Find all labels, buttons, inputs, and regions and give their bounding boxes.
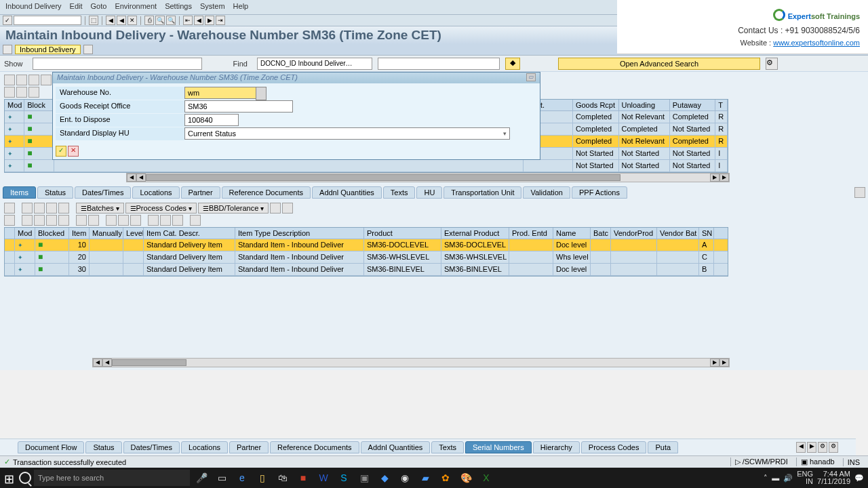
grid-btn1[interactable] — [4, 75, 15, 85]
lcol-item[interactable]: Item — [69, 228, 90, 239]
bottom-tab[interactable]: Dates/Times — [123, 441, 180, 453]
grid-btn5[interactable] — [4, 87, 15, 98]
menu-help[interactable]: Help — [233, 2, 249, 12]
lt2-btn3[interactable] — [34, 215, 45, 226]
popup-cancel-button[interactable]: ✕ — [68, 146, 79, 157]
gotomeeting-icon[interactable]: ✿ — [437, 469, 454, 487]
lcol-vendorprod[interactable]: VendorProd — [611, 228, 657, 239]
lt2-btn11[interactable] — [148, 215, 159, 226]
popup-close-icon[interactable]: ▭ — [526, 73, 536, 81]
word-icon[interactable]: W — [315, 469, 332, 487]
col-mod[interactable]: Mod — [5, 100, 24, 110]
mid-tab[interactable]: Transportation Unit — [443, 186, 521, 199]
lcol-product[interactable]: Product — [364, 228, 441, 239]
lt-btn2[interactable] — [22, 203, 33, 214]
find-field[interactable]: DOCNO_ID Inbound Deliver… — [257, 58, 372, 70]
mid-tab[interactable]: Reference Documents — [222, 186, 311, 199]
tray-notifications-icon[interactable]: 💬 — [854, 474, 864, 483]
explorer-icon[interactable]: ▯ — [254, 469, 271, 487]
mid-tabs-options-icon[interactable] — [854, 187, 865, 198]
lower-table-row[interactable]: ✦■20Standard Delivery ItemStandard Item … — [5, 251, 728, 264]
tray-network-icon[interactable]: ▬ — [772, 474, 779, 482]
bottom-tab[interactable]: Process Codes — [581, 441, 647, 453]
sub-icon2[interactable] — [83, 45, 93, 54]
lcol-vendorbatch[interactable]: Vendor Bat — [657, 228, 699, 239]
menu-goto[interactable]: Goto — [91, 2, 107, 12]
mid-tab[interactable]: Items — [3, 186, 36, 199]
bottom-tab[interactable]: Document Flow — [18, 441, 84, 453]
app2-icon[interactable]: ▣ — [355, 469, 373, 487]
lt2-btn10[interactable] — [130, 215, 141, 226]
lt-btn6[interactable] — [270, 203, 281, 214]
lt-btn7[interactable] — [282, 203, 293, 214]
tray-up-icon[interactable]: ˄ — [764, 474, 768, 483]
find-value-field[interactable] — [378, 58, 500, 70]
menu-inbound-delivery[interactable]: Inbound Delivery — [5, 2, 62, 12]
mid-tab[interactable]: Texts — [383, 186, 416, 199]
lower-hscroll[interactable]: ◀◀ ▶▶ — [92, 358, 730, 367]
exit-icon[interactable]: ◀ — [117, 16, 126, 25]
firstpage-icon[interactable]: ⇤ — [183, 16, 193, 25]
lower-table-row[interactable]: ✦■10Standard Delivery ItemStandard Item … — [5, 239, 728, 251]
app3-icon[interactable]: ◆ — [376, 469, 393, 487]
lt-btn3[interactable] — [34, 203, 45, 214]
bottom-tabs-nav-2[interactable]: ⚙ — [818, 442, 827, 453]
bottom-tab[interactable]: Puta — [648, 441, 678, 453]
ok-icon[interactable]: ✓ — [3, 16, 12, 25]
save-icon[interactable]: ⬚ — [89, 16, 98, 25]
prevpage-icon[interactable]: ◀ — [194, 16, 203, 25]
bottom-tab[interactable]: Texts — [431, 441, 464, 453]
bottom-tabs-nav-1[interactable]: ▶ — [807, 442, 816, 453]
lt2-btn9[interactable] — [118, 215, 129, 226]
grid-btn4[interactable] — [41, 75, 52, 85]
lt2-btn6[interactable] — [76, 215, 87, 226]
lcol-itemcat[interactable]: Item Cat. Descr. — [144, 228, 235, 239]
sap-icon[interactable]: ▰ — [416, 469, 434, 487]
inbound-delivery-chip[interactable]: Inbound Delivery — [15, 45, 81, 54]
col-putaway[interactable]: Putaway — [670, 100, 716, 110]
upper-hscroll[interactable]: ◀◀ ▶▶ — [126, 173, 730, 182]
menu-edit[interactable]: Edit — [70, 2, 83, 12]
advanced-search-button[interactable]: Open Advanced Search — [558, 58, 760, 70]
mid-tab[interactable]: Dates/Times — [75, 186, 131, 199]
lcol-itemtype[interactable]: Item Type Description — [235, 228, 364, 239]
chrome-icon[interactable]: ◉ — [396, 469, 414, 487]
lt2-btn4[interactable] — [46, 215, 57, 226]
lt2-btn13[interactable] — [172, 215, 183, 226]
lcol-blocked[interactable]: Blocked — [35, 228, 69, 239]
mid-tab[interactable]: Status — [37, 186, 73, 199]
mid-tab[interactable]: PPF Actions — [572, 186, 627, 199]
bbd-button[interactable]: ☰BBD/Tolerance ▾ — [198, 203, 269, 214]
grid-btn2[interactable] — [16, 75, 27, 85]
lcol-mod[interactable]: Mod — [15, 228, 35, 239]
print-icon[interactable]: ⎙ — [144, 16, 154, 25]
bottom-tab[interactable]: Partner — [229, 441, 269, 453]
app1-icon[interactable]: ■ — [294, 469, 312, 487]
tray-clock[interactable]: 7:44 AM7/11/2019 — [817, 470, 850, 485]
back-icon[interactable]: ◀ — [106, 16, 115, 25]
bottom-tabs-nav-3[interactable]: ⚙ — [829, 442, 838, 453]
cortana-icon[interactable] — [19, 472, 31, 484]
bottom-tab[interactable]: Hierarchy — [533, 441, 580, 453]
lt2-btn8[interactable] — [106, 215, 117, 226]
gro-input[interactable]: SM36 — [184, 100, 293, 113]
mid-tab[interactable]: HU — [416, 186, 442, 199]
lcol-level[interactable]: Level — [123, 228, 144, 239]
lt2-btn12[interactable] — [160, 215, 171, 226]
edge-icon[interactable]: e — [233, 469, 251, 487]
col-blocked[interactable]: Block — [24, 100, 54, 110]
store-icon[interactable]: 🛍 — [274, 469, 292, 487]
grid-btn3[interactable] — [28, 75, 39, 85]
lt2-btn1[interactable] — [4, 215, 15, 226]
sdhu-dropdown[interactable]: Current Status — [184, 127, 510, 140]
popup-ok-button[interactable]: ✓ — [56, 146, 66, 157]
search-options-icon[interactable]: ⚙ — [766, 58, 778, 70]
start-button[interactable]: ⊞ — [4, 472, 16, 484]
grid-btn7[interactable] — [28, 87, 39, 98]
menu-settings[interactable]: Settings — [165, 2, 192, 12]
bottom-tab[interactable]: Locations — [181, 441, 228, 453]
skype-icon[interactable]: S — [335, 469, 353, 487]
mid-tab[interactable]: Addnl Quantities — [312, 186, 382, 199]
lcol-prodentd[interactable]: Prod. Entd — [509, 228, 553, 239]
bottom-tab[interactable]: Status — [85, 441, 121, 453]
